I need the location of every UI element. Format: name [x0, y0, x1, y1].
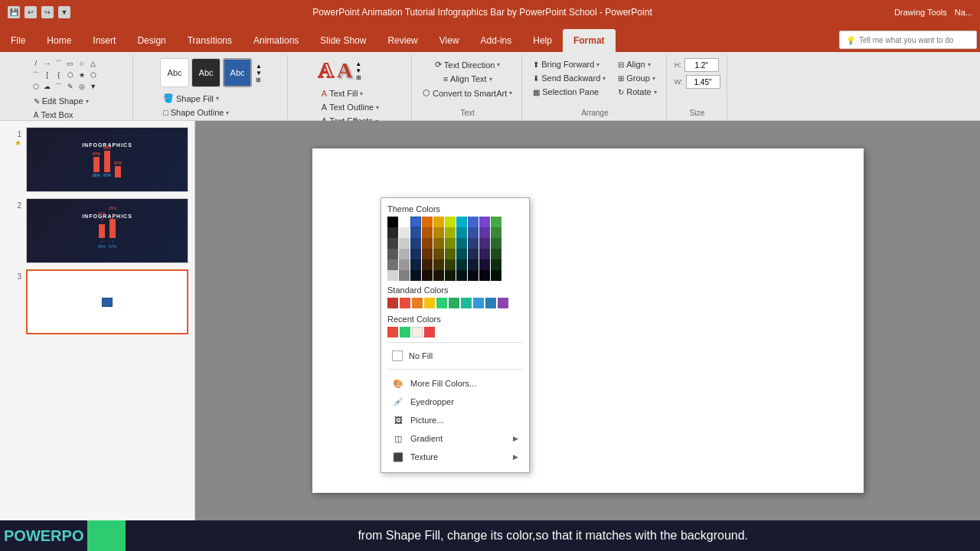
tell-me-box[interactable]: 💡 — [839, 31, 977, 49]
style-box-selected[interactable]: Abc — [223, 58, 252, 87]
style-box-white[interactable]: Abc — [160, 58, 189, 87]
theme-swatch[interactable] — [433, 270, 444, 281]
arrow-icon[interactable]: → — [42, 58, 53, 69]
wordart-a-shadow[interactable]: A — [337, 58, 352, 83]
star-icon[interactable]: ★ — [77, 70, 87, 80]
tab-addins[interactable]: Add-ins — [470, 29, 523, 52]
theme-swatch[interactable] — [479, 227, 490, 238]
theme-swatch[interactable] — [422, 259, 433, 270]
standard-swatch[interactable] — [485, 298, 496, 308]
recent-swatch-selected[interactable] — [412, 327, 423, 337]
theme-swatch[interactable] — [479, 238, 490, 249]
styles-more[interactable]: ⊞ — [256, 77, 261, 83]
wordart-scroll-down[interactable]: ▼ — [355, 67, 361, 74]
theme-swatch[interactable] — [433, 249, 444, 259]
standard-swatch[interactable] — [424, 298, 435, 308]
wordart-more[interactable]: ⊞ — [356, 74, 361, 81]
standard-swatch[interactable] — [449, 298, 459, 308]
send-backward-button[interactable]: ⬇ Send Backward ▾ — [530, 72, 609, 84]
tab-design[interactable]: Design — [126, 29, 176, 52]
tab-help[interactable]: Help — [522, 29, 563, 52]
tab-format[interactable]: Format — [563, 29, 616, 52]
styles-scroll-up[interactable]: ▲ — [256, 63, 262, 70]
rect-icon[interactable]: ▭ — [65, 58, 76, 69]
theme-swatch[interactable] — [399, 217, 410, 227]
tab-file[interactable]: File — [0, 29, 36, 52]
theme-swatch[interactable] — [479, 270, 490, 281]
tab-slideshow[interactable]: Slide Show — [309, 29, 377, 52]
freeform-icon[interactable]: ✎ — [65, 81, 76, 92]
theme-swatch[interactable] — [399, 227, 410, 238]
theme-swatch[interactable] — [456, 259, 467, 270]
wordart-a-outline[interactable]: A — [318, 58, 334, 83]
theme-swatch-selected[interactable] — [410, 217, 421, 227]
theme-swatch[interactable] — [456, 217, 467, 227]
bracket-icon[interactable]: [ — [42, 70, 53, 80]
theme-swatch[interactable] — [422, 249, 433, 259]
tab-animations[interactable]: Animations — [243, 29, 309, 52]
picture-item[interactable]: 🖼 Picture... — [387, 411, 523, 429]
customize-icon[interactable]: ▼ — [58, 6, 70, 18]
theme-swatch[interactable] — [491, 217, 501, 227]
edit-shape-button[interactable]: ✎ Edit Shape ▾ — [31, 95, 106, 107]
cloud-icon[interactable]: ☁ — [42, 81, 53, 92]
rotate-button[interactable]: ↻ Rotate ▾ — [615, 86, 659, 98]
standard-swatch[interactable] — [412, 298, 423, 308]
text-box-button[interactable]: A Text Box — [31, 109, 106, 121]
theme-swatch[interactable] — [445, 270, 456, 281]
theme-swatch[interactable] — [491, 227, 501, 238]
theme-swatch[interactable] — [445, 249, 456, 259]
theme-swatch[interactable] — [433, 217, 444, 227]
theme-swatch[interactable] — [410, 227, 421, 238]
theme-swatch[interactable] — [433, 259, 444, 270]
styles-scroll-down[interactable]: ▼ — [256, 70, 262, 77]
theme-swatch[interactable] — [399, 259, 410, 270]
theme-swatch[interactable] — [422, 270, 433, 281]
theme-swatch[interactable] — [422, 217, 433, 227]
donut-icon[interactable]: ◎ — [77, 81, 87, 92]
shape-fill-button[interactable]: 🪣 Shape Fill ▾ — [160, 92, 232, 105]
theme-swatch[interactable] — [387, 238, 398, 249]
tab-review[interactable]: Review — [377, 29, 428, 52]
arc-icon[interactable]: ⌒ — [54, 81, 64, 92]
curve-icon[interactable]: ⌒ — [54, 58, 64, 69]
theme-swatch[interactable] — [387, 217, 398, 227]
theme-swatch[interactable] — [456, 270, 467, 281]
theme-swatch[interactable] — [422, 227, 433, 238]
theme-swatch[interactable] — [399, 270, 410, 281]
theme-swatch[interactable] — [468, 259, 479, 270]
save-icon[interactable]: 💾 — [8, 6, 20, 18]
theme-swatch[interactable] — [468, 238, 479, 249]
undo-icon[interactable]: ↩ — [24, 6, 37, 18]
line-icon[interactable]: / — [31, 58, 41, 69]
theme-swatch[interactable] — [491, 270, 501, 281]
theme-swatch[interactable] — [491, 238, 501, 249]
standard-swatch[interactable] — [498, 298, 508, 308]
slide-thumbnail-3[interactable] — [26, 269, 188, 334]
slide-thumbnail-1[interactable]: INFOGRAPHICS 67% 85% 85% 67% — [26, 127, 188, 192]
align-button[interactable]: ⊟ Align ▾ — [615, 58, 659, 70]
theme-swatch[interactable] — [410, 270, 421, 281]
theme-swatch[interactable] — [468, 270, 479, 281]
align-text-button[interactable]: ≡ Align Text ▾ — [440, 73, 495, 85]
theme-swatch[interactable] — [387, 249, 398, 259]
standard-swatch[interactable] — [436, 298, 447, 308]
triangle-icon[interactable]: △ — [88, 58, 99, 69]
theme-swatch[interactable] — [433, 238, 444, 249]
slide-thumbnail-2[interactable]: INFOGRAPHICS 67% ↑ ↓ 85% 85% ↑ — [26, 198, 188, 263]
theme-swatch[interactable] — [468, 217, 479, 227]
height-input[interactable] — [684, 58, 719, 72]
text-outline-button[interactable]: A Text Outline ▾ — [318, 101, 382, 113]
brace-icon[interactable]: { — [54, 70, 64, 80]
gradient-item[interactable]: ◫ Gradient ▶ — [387, 429, 523, 448]
width-input[interactable] — [686, 75, 720, 89]
theme-swatch[interactable] — [399, 249, 410, 259]
theme-swatch[interactable] — [410, 259, 421, 270]
theme-swatch[interactable] — [491, 249, 501, 259]
recent-swatch[interactable] — [387, 327, 398, 337]
theme-swatch[interactable] — [410, 238, 421, 249]
group-button[interactable]: ⊞ Group ▾ — [615, 72, 659, 84]
eyedropper-item[interactable]: 💉 Eyedropper — [387, 393, 523, 411]
tab-transitions[interactable]: Transitions — [177, 29, 243, 52]
shape-outline-button[interactable]: □ Shape Outline ▾ — [160, 106, 232, 119]
